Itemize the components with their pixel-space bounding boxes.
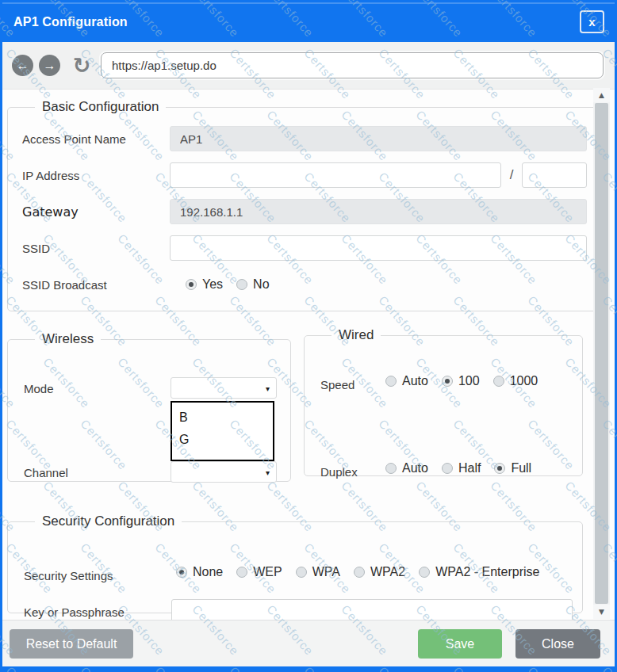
channel-label: Channel [24, 466, 68, 479]
back-arrow-icon: ← [17, 59, 29, 73]
radio-icon [236, 567, 247, 578]
ssid-broadcast-no-radio[interactable]: No [236, 277, 269, 292]
title-bar: AP1 Configuration x [2, 2, 615, 42]
save-button[interactable]: Save [418, 629, 502, 659]
radio-icon [186, 279, 197, 290]
wireless-legend: Wireless [35, 331, 101, 347]
radio-icon [296, 567, 307, 578]
radio-icon [419, 567, 430, 578]
security-wpa-radio[interactable]: WPA [296, 565, 340, 579]
form-content: Basic Configuration Access Point Name IP… [2, 90, 615, 620]
security-settings-radio-group: None WEP WPA WPA2 WPA2 - Enterprise [176, 565, 539, 579]
ssid-row: SSID [22, 235, 587, 261]
radio-label: Yes [202, 277, 223, 292]
close-button[interactable]: Close [515, 629, 600, 659]
ap-config-window: AP1 Configuration x ← → ↻ https://ap1.se… [0, 0, 617, 672]
window-title: AP1 Configuration [2, 15, 128, 29]
window-close-button[interactable]: x [580, 10, 604, 33]
ssid-label: SSID [22, 242, 170, 255]
security-wpa2-radio[interactable]: WPA2 [354, 565, 405, 579]
scroll-down-icon: ▼ [599, 608, 604, 616]
url-bar[interactable]: https://ap1.setup.do [101, 52, 604, 78]
scroll-down-button[interactable]: ▼ [593, 605, 610, 619]
radio-label: None [193, 565, 223, 579]
speed-auto-radio[interactable]: Auto [385, 374, 428, 388]
footer-bar: Reset to Default Save Close [2, 620, 615, 666]
wireless-section: Wireless Mode ▾ B G Channel ▾ [7, 331, 291, 482]
scroll-up-icon: ▲ [599, 91, 604, 99]
mode-dropdown[interactable]: ▾ [171, 377, 277, 399]
access-point-name-label: Access Point Name [22, 132, 170, 146]
basic-configuration-legend: Basic Configuration [35, 99, 166, 115]
ssid-broadcast-radio-group: Yes No [186, 277, 270, 292]
radio-icon [385, 463, 397, 474]
radio-label: Full [511, 461, 531, 475]
reset-to-default-button[interactable]: Reset to Default [10, 629, 133, 659]
access-point-name-input[interactable] [170, 126, 587, 151]
radio-label: WPA2 - Enterprise [435, 565, 539, 579]
ip-address-label: IP Address [22, 169, 170, 182]
security-wpa2-enterprise-radio[interactable]: WPA2 - Enterprise [419, 565, 539, 579]
basic-configuration-section: Basic Configuration Access Point Name IP… [7, 99, 600, 311]
close-icon: x [588, 15, 595, 29]
radio-icon [354, 567, 365, 578]
ip-address-input[interactable] [170, 162, 501, 188]
radio-label: Auto [402, 374, 428, 388]
speed-label: Speed [320, 378, 354, 391]
radio-label: No [253, 277, 269, 292]
refresh-icon: ↻ [73, 53, 91, 78]
mode-option-g[interactable]: G [179, 429, 273, 451]
ssid-broadcast-yes-radio[interactable]: Yes [186, 277, 223, 292]
ssid-input[interactable] [170, 235, 587, 261]
chevron-down-icon: ▾ [266, 468, 270, 476]
duplex-full-radio[interactable]: Full [494, 461, 531, 475]
radio-label: 100 [458, 374, 480, 388]
radio-icon [176, 567, 187, 578]
back-button[interactable]: ← [12, 55, 33, 76]
security-settings-label: Security Settings [24, 569, 113, 582]
key-or-passphrase-label: Key or Passphrase [24, 605, 125, 619]
speed-100-radio[interactable]: 100 [442, 374, 480, 388]
forward-arrow-icon: → [44, 59, 56, 73]
radio-icon [385, 376, 397, 387]
ssid-broadcast-label: SSID Broadcast [22, 278, 170, 292]
scrollbar-thumb[interactable] [595, 103, 608, 604]
vertical-scrollbar: ▲ ▼ [593, 88, 610, 619]
gateway-row: Gateway [22, 199, 587, 224]
radio-label: WEP [253, 565, 282, 579]
chevron-down-icon: ▾ [266, 384, 270, 392]
radio-icon [236, 279, 247, 290]
security-wep-radio[interactable]: WEP [236, 565, 282, 579]
ssid-broadcast-row: SSID Broadcast Yes No [22, 272, 587, 297]
browser-toolbar: ← → ↻ https://ap1.setup.do [2, 42, 615, 90]
radio-label: 1000 [510, 374, 538, 388]
radio-icon [493, 376, 504, 387]
subnet-prefix-input[interactable] [522, 162, 587, 188]
ip-prefix-separator: / [501, 167, 522, 183]
duplex-half-radio[interactable]: Half [442, 461, 481, 475]
access-point-name-row: Access Point Name [22, 126, 587, 151]
duplex-radio-group: Auto Half Full [385, 461, 531, 475]
radio-icon [442, 376, 453, 387]
refresh-button[interactable]: ↻ [69, 55, 94, 76]
radio-label: Auto [402, 461, 428, 475]
channel-dropdown[interactable]: ▾ [171, 461, 277, 483]
mode-option-list: B G [171, 401, 274, 461]
speed-radio-group: Auto 100 1000 [385, 374, 538, 388]
scroll-up-button[interactable]: ▲ [593, 88, 610, 102]
ip-address-row: IP Address / [22, 162, 587, 188]
speed-1000-radio[interactable]: 1000 [493, 374, 538, 388]
security-configuration-section: Security Configuration Security Settings… [7, 514, 583, 613]
radio-icon [494, 463, 505, 474]
wired-section: Wired Speed Auto 100 1000 Duplex [304, 327, 583, 476]
security-configuration-legend: Security Configuration [35, 514, 182, 529]
url-text: https://ap1.setup.do [112, 59, 217, 72]
radio-label: WPA2 [370, 565, 405, 579]
security-none-radio[interactable]: None [176, 565, 223, 579]
forward-button[interactable]: → [39, 55, 60, 76]
gateway-label: Gateway [22, 204, 170, 220]
duplex-auto-radio[interactable]: Auto [385, 461, 428, 475]
mode-option-b[interactable]: B [179, 407, 273, 429]
duplex-label: Duplex [320, 465, 358, 479]
gateway-input[interactable] [170, 199, 587, 224]
